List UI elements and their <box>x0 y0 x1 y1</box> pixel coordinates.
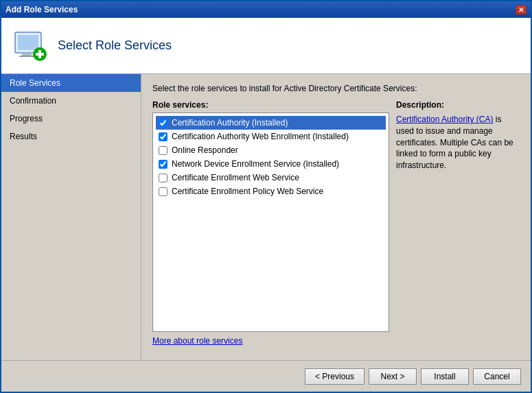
footer: < Previous Next > Install Cancel <box>1 360 531 392</box>
svg-rect-1 <box>18 35 38 50</box>
role-services-panel: Role services: Certification Authority (… <box>152 100 389 346</box>
network-device-checkbox[interactable] <box>159 160 167 169</box>
sidebar-item-confirmation[interactable]: Confirmation <box>1 92 141 110</box>
content-area: Select the role services to install for … <box>141 74 531 360</box>
description-text: Certification Authority (CA) is used to … <box>396 114 520 171</box>
window: Add Role Services ✕ Select Role Services… <box>0 0 532 393</box>
two-column-layout: Role services: Certification Authority (… <box>152 100 520 346</box>
description-panel: Description: Certification Authority (CA… <box>396 100 520 346</box>
install-button[interactable]: Install <box>421 368 469 385</box>
header-icon <box>12 28 48 64</box>
services-list-box: Certification Authority (Installed) Cert… <box>152 112 389 332</box>
title-bar: Add Role Services ✕ <box>1 1 531 18</box>
role-services-label: Role services: <box>152 100 389 110</box>
svg-rect-3 <box>19 56 34 57</box>
online-responder-checkbox[interactable] <box>159 146 167 155</box>
page-title: Select Role Services <box>58 38 172 53</box>
list-item[interactable]: Certificate Enrollment Web Service <box>156 171 386 184</box>
main-content: Role Services Confirmation Progress Resu… <box>1 74 531 360</box>
cert-auth-checkbox[interactable] <box>159 119 167 128</box>
description-label: Description: <box>396 100 520 110</box>
list-item[interactable]: Network Device Enrollment Service (Insta… <box>156 157 386 171</box>
ca-link[interactable]: Certification Authority (CA) <box>396 115 493 124</box>
list-item[interactable]: Certificate Enrollment Policy Web Servic… <box>156 184 386 198</box>
previous-button[interactable]: < Previous <box>305 368 365 385</box>
cert-enroll-web-checkbox[interactable] <box>159 174 167 182</box>
sidebar-item-role-services[interactable]: Role Services <box>1 74 141 92</box>
sidebar-item-results[interactable]: Results <box>1 128 141 145</box>
cert-enroll-policy-checkbox[interactable] <box>159 187 167 196</box>
list-item[interactable]: Certification Authority (Installed) <box>156 116 386 130</box>
cert-auth-web-checkbox[interactable] <box>159 132 167 141</box>
more-about-link[interactable]: More about role services <box>152 336 242 346</box>
cancel-button[interactable]: Cancel <box>473 368 521 385</box>
sidebar-item-progress[interactable]: Progress <box>1 110 141 128</box>
content-description: Select the role services to install for … <box>152 84 520 93</box>
close-button[interactable]: ✕ <box>516 5 527 14</box>
more-link-container: More about role services <box>152 336 389 346</box>
list-item[interactable]: Certification Authority Web Enrollment (… <box>156 130 386 143</box>
list-item[interactable]: Online Responder <box>156 143 386 157</box>
window-title: Add Role Services <box>5 5 78 14</box>
next-button[interactable]: Next > <box>369 368 417 385</box>
sidebar: Role Services Confirmation Progress Resu… <box>1 74 141 360</box>
svg-rect-6 <box>36 53 44 56</box>
header-section: Select Role Services <box>1 18 531 74</box>
svg-rect-2 <box>22 53 32 56</box>
